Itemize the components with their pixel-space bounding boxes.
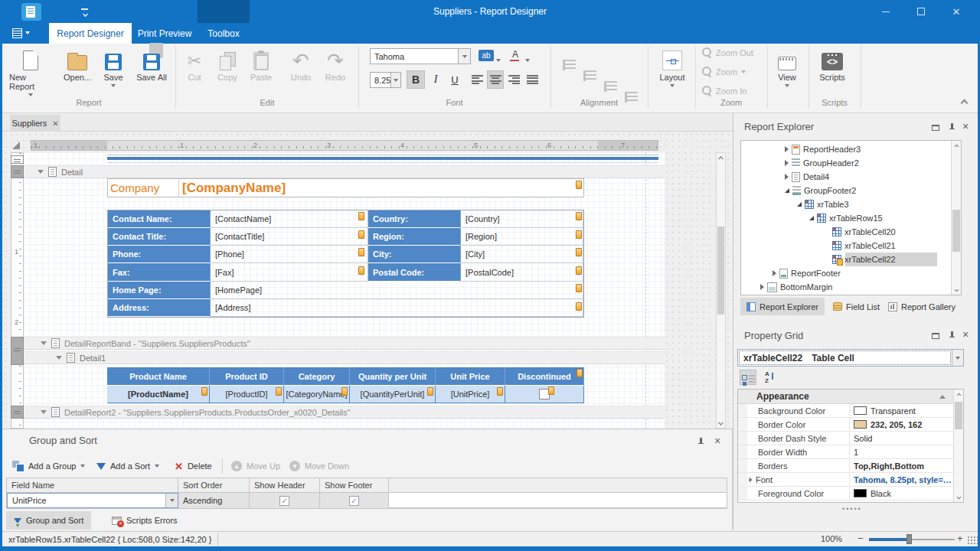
scroll-up-icon[interactable] xyxy=(717,153,725,164)
tab-toolbox[interactable]: Toolbox xyxy=(198,23,250,44)
tree-item-detail4[interactable]: Detail4 xyxy=(785,170,829,184)
col-show-footer[interactable]: Show Footer xyxy=(320,478,389,493)
smart-tag-icon[interactable] xyxy=(576,181,582,189)
tree-item-xrtablecell22[interactable]: xrTableCell22 xyxy=(832,253,896,266)
tab-report-explorer[interactable]: Report Explorer xyxy=(740,298,825,315)
property-row[interactable]: FontTahoma, 8.25pt, style=… xyxy=(738,473,953,487)
company-label-cell[interactable]: Company xyxy=(108,179,179,197)
property-row[interactable]: Foreground ColorBlack xyxy=(738,487,953,500)
region-field[interactable]: [Region] xyxy=(461,228,583,246)
font-size-dropdown[interactable] xyxy=(390,73,400,87)
tree-item-groupheader2[interactable]: GroupHeader2 xyxy=(785,156,859,170)
tab-field-list[interactable]: Field List xyxy=(827,298,886,315)
header-unit-price[interactable]: Unit Price xyxy=(436,367,505,386)
float-panel-icon[interactable] xyxy=(930,331,941,341)
smart-tag-icon[interactable] xyxy=(358,212,364,220)
field-quantity-per-unit[interactable]: [QuantityPerUnit] xyxy=(350,386,436,403)
collapse-icon[interactable] xyxy=(797,202,802,207)
smart-tag-icon[interactable] xyxy=(341,387,348,396)
report-explorer-tree[interactable]: ReportHeader3 GroupHeader2 Detail4 Group… xyxy=(740,140,962,295)
field-discontinued[interactable] xyxy=(505,386,584,403)
contact-name-label[interactable]: Contact Name: xyxy=(108,210,211,228)
zoom-in-button[interactable]: Zoom In xyxy=(702,86,746,96)
grid-data-row[interactable]: UnitPrice Ascending ✓ ✓ xyxy=(7,493,727,508)
scrollbar-thumb[interactable] xyxy=(955,402,962,429)
table-row[interactable]: Address: [Address] xyxy=(108,299,583,317)
smart-tag-icon[interactable] xyxy=(576,302,582,311)
smart-tag-icon[interactable] xyxy=(576,266,582,275)
collapse-icon[interactable] xyxy=(785,188,789,193)
company-field-cell[interactable]: [CompanyName] xyxy=(179,181,286,196)
smart-tag-icon[interactable] xyxy=(576,284,582,292)
minimize-button[interactable] xyxy=(868,0,903,23)
field-category-name[interactable]: [CategoryName] xyxy=(284,386,350,403)
smart-tag-icon[interactable] xyxy=(358,266,364,275)
bold-button[interactable]: B xyxy=(407,70,425,89)
home-page-label[interactable]: Home Page: xyxy=(108,282,211,299)
property-row[interactable]: Border Color232, 205, 162 xyxy=(738,418,953,432)
scroll-down-icon[interactable] xyxy=(954,491,963,502)
property-object-selector[interactable]: xrTableCell22Table Cell xyxy=(737,349,964,367)
country-label[interactable]: Country: xyxy=(368,210,461,228)
city-label[interactable]: City: xyxy=(368,246,461,263)
table-row[interactable]: Home Page: [HomePage] xyxy=(108,282,583,299)
tree-item-xrtable3[interactable]: xrTable3 xyxy=(797,197,849,211)
smart-tag-icon[interactable] xyxy=(548,386,554,395)
tree-item-groupfooter2[interactable]: GroupFooter2 xyxy=(785,184,856,197)
country-field[interactable]: [Country] xyxy=(461,210,583,228)
fax-label[interactable]: Fax: xyxy=(108,263,211,281)
zoom-button[interactable]: Zoom xyxy=(702,67,746,77)
add-sort-button[interactable]: Add a Sort xyxy=(96,458,159,474)
tree-item-bottommargin[interactable]: BottomMargin xyxy=(760,280,832,294)
fax-field[interactable]: [Fax] xyxy=(211,263,368,281)
table-row[interactable]: Contact Title: [ContactTitle] Region: [R… xyxy=(108,228,583,246)
show-footer-checkbox[interactable]: ✓ xyxy=(349,496,359,506)
close-button[interactable]: ✕ xyxy=(939,0,974,23)
smart-tag-icon[interactable] xyxy=(427,387,433,396)
highlight-button[interactable]: ab xyxy=(479,50,494,61)
field-product-name[interactable]: [ProductName] xyxy=(107,386,210,403)
postal-code-label[interactable]: Postal Code: xyxy=(368,263,461,281)
zoom-out-button[interactable]: Zoom Out xyxy=(702,47,753,57)
smart-tag-icon[interactable] xyxy=(201,387,207,396)
align-centers-icon[interactable] xyxy=(583,70,596,81)
resize-grip[interactable] xyxy=(967,536,978,545)
selected-line-control[interactable] xyxy=(107,157,658,160)
panel-splitter-dots[interactable]: ••••• xyxy=(842,505,862,513)
property-grid[interactable]: Appearance Background ColorTransparent B… xyxy=(737,389,964,503)
city-field[interactable]: [City] xyxy=(461,246,583,263)
smart-tag-icon[interactable] xyxy=(276,387,282,396)
delete-button[interactable]: ✕Delete xyxy=(175,458,212,474)
save-all-button[interactable]: Save All xyxy=(130,46,173,82)
scroll-up-icon[interactable] xyxy=(952,141,961,152)
tree-scrollbar[interactable] xyxy=(951,141,961,295)
smart-tag-icon[interactable] xyxy=(576,248,582,256)
design-vertical-scrollbar[interactable] xyxy=(716,152,726,429)
align-center-button[interactable] xyxy=(487,70,504,89)
property-row[interactable]: Border Width1 xyxy=(738,445,953,459)
property-row[interactable]: Border Dash StyleSolid xyxy=(738,432,953,445)
collapse-band-icon[interactable] xyxy=(38,170,44,174)
copy-button[interactable]: Copy xyxy=(211,46,243,82)
close-tab-icon[interactable]: ✕ xyxy=(52,119,58,128)
underline-button[interactable]: U xyxy=(446,70,464,89)
smart-tag-icon[interactable] xyxy=(358,230,364,239)
collapse-icon[interactable] xyxy=(809,216,814,220)
font-size-combo[interactable]: 8.25 xyxy=(370,72,401,88)
smart-tag-icon[interactable] xyxy=(576,212,582,220)
region-label[interactable]: Region: xyxy=(368,228,461,246)
tree-item-xrtablerow15[interactable]: xrTableRow15 xyxy=(809,211,883,225)
italic-button[interactable]: I xyxy=(427,70,444,89)
paste-button[interactable]: Paste xyxy=(245,46,277,82)
property-row[interactable]: Background ColorTransparent xyxy=(738,404,953,418)
contact-table[interactable]: Contact Name: [ContactName] Country: [Co… xyxy=(107,210,584,318)
header-quantity-per-unit[interactable]: Quantity per Unit xyxy=(350,367,436,386)
categorized-view-icon[interactable] xyxy=(740,370,756,385)
band-header-detail[interactable]: Detail xyxy=(24,165,665,178)
collapse-band-icon[interactable] xyxy=(41,410,47,414)
band-header-detailreport2[interactable]: DetailReport2 - "Suppliers.SuppliersProd… xyxy=(24,406,665,419)
table-row[interactable]: Fax: [Fax] Postal Code: [PostalCode] xyxy=(108,263,583,281)
close-panel-icon[interactable]: ✕ xyxy=(960,122,971,131)
font-name-dropdown[interactable] xyxy=(458,49,470,64)
cut-button[interactable]: ✂Cut xyxy=(181,46,208,82)
